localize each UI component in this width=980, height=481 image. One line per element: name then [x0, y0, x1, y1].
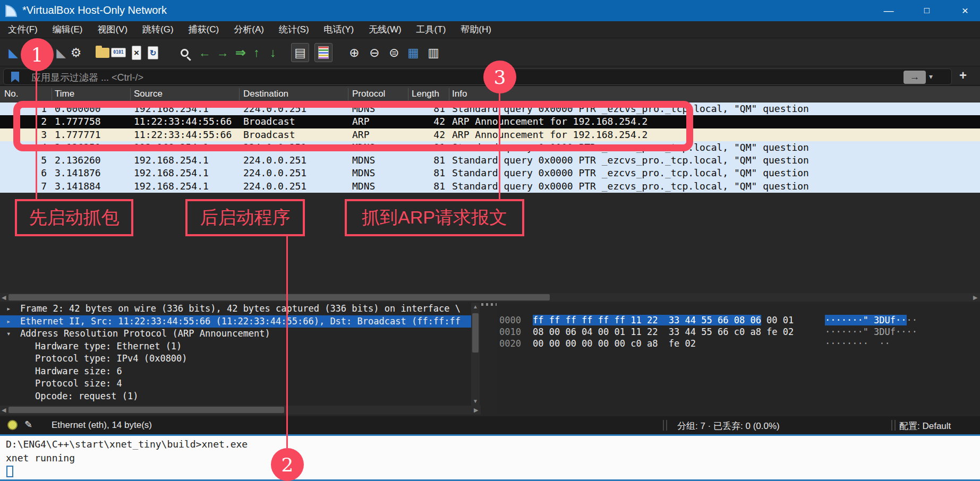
go-back-icon[interactable]: ←	[195, 43, 214, 62]
menu-file[interactable]: 文件(F)	[8, 23, 38, 36]
capture-options-icon[interactable]: ⚙	[67, 43, 85, 62]
menu-bar: 文件(F) 编辑(E) 视图(V) 跳转(G) 捕获(C) 分析(A) 统计(S…	[0, 21, 980, 38]
console-cursor	[6, 466, 13, 477]
open-file-icon[interactable]	[93, 43, 112, 62]
zoom-out-icon[interactable]: ⊖	[365, 43, 384, 62]
maximize-button[interactable]: □	[915, 0, 939, 21]
column-length[interactable]: Length	[412, 89, 439, 99]
console-line: xnet running	[6, 452, 75, 463]
detail-line-protocol-type[interactable]: Protocol type: IPv4 (0x0800)	[0, 353, 471, 365]
detail-line-opcode[interactable]: Opcode: request (1)	[0, 390, 471, 403]
close-button[interactable]: ×	[953, 0, 977, 21]
wireshark-window: *VirtualBox Host-Only Network — □ × 文件(F…	[0, 0, 980, 481]
detail-line-arp[interactable]: ▾Address Resolution Protocol (ARP Announ…	[0, 328, 471, 340]
packet-bytes-pane: 0000ff ff ff ff ff ff 11 22 33 44 55 66 …	[497, 303, 980, 415]
column-info[interactable]: Info	[452, 89, 467, 99]
menu-edit[interactable]: 编辑(E)	[53, 23, 83, 36]
status-bar: ✎ Ethernet (eth), 14 byte(s) 分组: 7 · 已丢弃…	[0, 416, 980, 434]
menu-statistics[interactable]: 统计(S)	[279, 23, 309, 36]
reload-icon[interactable]: ↻	[144, 43, 162, 62]
details-hscrollbar[interactable]: ◀ ▶	[0, 406, 481, 415]
menu-go[interactable]: 跳转(G)	[142, 23, 174, 36]
column-source[interactable]: Source	[134, 89, 163, 99]
add-filter-button[interactable]: +	[959, 68, 967, 83]
start-capture-icon[interactable]: ◣	[4, 43, 22, 62]
scroll-down-icon[interactable]: ▼	[473, 398, 478, 404]
go-to-packet-icon[interactable]: ⇒	[232, 43, 250, 62]
go-first-icon[interactable]: ↑	[248, 43, 266, 62]
expand-icon[interactable]: ▸	[6, 303, 11, 315]
filter-dropdown-caret-icon[interactable]: ▾	[929, 72, 933, 81]
packet-row-2[interactable]: 21.77775811:22:33:44:55:66BroadcastARP42…	[0, 115, 980, 128]
main-toolbar: ◣ ◼ ◣ ⚙ 0101 × ↻ ← → ⇒ ↑ ↓ ▤ ⊕ ⊖ ⊜ ▦ ▥	[0, 39, 980, 66]
detail-line-hardware-size[interactable]: Hardware size: 6	[0, 365, 471, 378]
scroll-up-icon[interactable]: ▲	[473, 304, 478, 310]
close-file-icon[interactable]: ×	[127, 43, 146, 62]
column-time[interactable]: Time	[55, 89, 74, 99]
scroll-thumb[interactable]	[472, 313, 479, 353]
go-last-icon[interactable]: ↓	[264, 43, 282, 62]
packet-list-hscrollbar[interactable]: ◀ ▶	[0, 293, 980, 302]
column-destination[interactable]: Destination	[243, 89, 288, 99]
save-file-icon[interactable]: 0101	[109, 43, 127, 62]
hex-row[interactable]: 002000 00 00 00 00 00 c0 a8 fe 02·······…	[497, 326, 980, 338]
collapse-icon[interactable]: ▾	[6, 328, 11, 340]
detail-line-frame[interactable]: ▸Frame 2: 42 bytes on wire (336 bits), 4…	[0, 303, 471, 315]
auto-scroll-icon[interactable]: ▤	[291, 43, 309, 62]
packet-row-4[interactable]: 42.136251192.168.254.1224.0.0.251MDNS81S…	[0, 141, 980, 154]
packet-list-empty-area	[0, 193, 980, 293]
capture-info-text: Ethernet (eth), 14 byte(s)	[52, 420, 152, 431]
colorize-icon[interactable]	[314, 43, 333, 62]
menu-help[interactable]: 帮助(H)	[461, 23, 491, 36]
packet-details-pane: ▸Frame 2: 42 bytes on wire (336 bits), 4…	[0, 303, 471, 406]
apply-filter-button[interactable]: →	[904, 71, 926, 84]
number-columns-icon[interactable]: ▥	[424, 43, 442, 62]
packet-row-1[interactable]: 10.000000192.168.254.1224.0.0.251MDNS81S…	[0, 102, 980, 115]
find-packet-icon[interactable]	[175, 43, 193, 62]
zoom-reset-icon[interactable]: ⊜	[385, 43, 403, 62]
detail-line-protocol-size[interactable]: Protocol size: 4	[0, 377, 471, 390]
packet-row-3[interactable]: 31.77777111:22:33:44:55:66BroadcastARP42…	[0, 128, 980, 141]
capture-comment-icon[interactable]: ✎	[24, 419, 32, 431]
packet-row-6[interactable]: 63.141876192.168.254.1224.0.0.251MDNS81S…	[0, 167, 980, 179]
profile-text[interactable]: 配置: Default	[899, 420, 951, 432]
stop-capture-icon[interactable]: ◼	[31, 43, 49, 62]
minimize-button[interactable]: —	[876, 0, 901, 21]
packet-row-7[interactable]: 73.141884192.168.254.1224.0.0.251MDNS81S…	[0, 180, 980, 193]
scroll-right-icon[interactable]: ▶	[474, 407, 478, 414]
menu-telephony[interactable]: 电话(Y)	[324, 23, 354, 36]
expand-icon[interactable]: ▸	[6, 315, 11, 328]
resize-columns-icon[interactable]: ▦	[404, 43, 422, 62]
scroll-thumb[interactable]	[8, 294, 550, 300]
expert-info-icon[interactable]	[7, 420, 18, 430]
menu-analyze[interactable]: 分析(A)	[234, 23, 264, 36]
menu-tools[interactable]: 工具(T)	[416, 23, 446, 36]
scroll-right-icon[interactable]: ▶	[973, 294, 977, 301]
detail-line-ethernet[interactable]: ▸Ethernet II, Src: 11:22:33:44:55:66 (11…	[0, 315, 471, 328]
console-window[interactable]: D:\ENG4\C++\start\xnet_tiny\build>xnet.e…	[0, 436, 980, 479]
display-filter-input[interactable]: 应用显示过滤器 ... <Ctrl-/> → ▾	[3, 68, 952, 85]
menu-view[interactable]: 视图(V)	[97, 23, 127, 36]
scroll-left-icon[interactable]: ◀	[2, 294, 6, 301]
packet-row-5[interactable]: 52.136260192.168.254.1224.0.0.251MDNS81S…	[0, 154, 980, 167]
window-title: *VirtualBox Host-Only Network	[22, 4, 167, 16]
menu-capture[interactable]: 捕获(C)	[189, 23, 219, 36]
details-vscrollbar[interactable]: ▲ ▼	[471, 303, 480, 406]
scroll-left-icon[interactable]: ◀	[2, 407, 6, 414]
filter-placeholder: 应用显示过滤器 ... <Ctrl-/>	[31, 71, 143, 84]
title-bar: *VirtualBox Host-Only Network — □ ×	[0, 0, 980, 21]
hex-row[interactable]: 001008 00 06 04 00 01 11 22 33 44 55 66 …	[497, 314, 980, 326]
hex-row[interactable]: 0000ff ff ff ff ff ff 11 22 33 44 55 66 …	[497, 303, 980, 314]
column-protocol[interactable]: Protocol	[352, 89, 385, 99]
column-no[interactable]: No.	[4, 89, 18, 99]
menu-wireless[interactable]: 无线(W)	[369, 23, 401, 36]
filter-bar: 应用显示过滤器 ... <Ctrl-/> → ▾ +	[0, 67, 980, 86]
packet-list: 10.000000192.168.254.1224.0.0.251MDNS81S…	[0, 102, 980, 193]
go-forward-icon[interactable]: →	[214, 43, 232, 62]
detail-line-hardware-type[interactable]: Hardware type: Ethernet (1)	[0, 340, 471, 353]
bookmark-icon[interactable]	[11, 72, 19, 82]
console-line: D:\ENG4\C++\start\xnet_tiny\build>xnet.e…	[6, 439, 248, 450]
packet-list-header: No. Time Source Destination Protocol Len…	[0, 86, 980, 102]
zoom-in-icon[interactable]: ⊕	[345, 43, 363, 62]
scroll-thumb[interactable]	[8, 407, 284, 413]
